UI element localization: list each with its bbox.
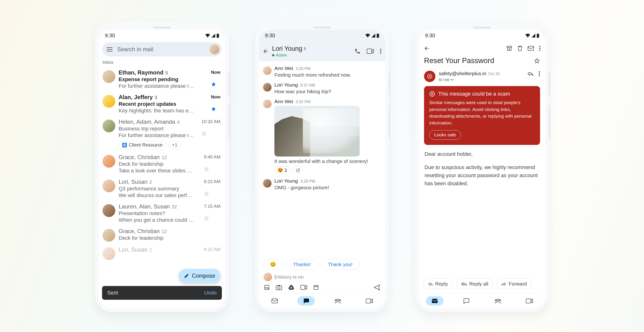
- svg-point-38: [499, 299, 501, 301]
- email-row[interactable]: Ethan, Raymond5 Expense report pending F…: [99, 67, 225, 92]
- send-icon[interactable]: [374, 285, 380, 290]
- more-icon[interactable]: [380, 49, 382, 54]
- svg-point-18: [337, 299, 339, 301]
- bottom-nav: [259, 293, 385, 308]
- email-row[interactable]: Grace, Christian12 Deck for leadership T…: [99, 151, 225, 176]
- star-icon[interactable]: [534, 58, 540, 64]
- nav-spaces[interactable]: [329, 296, 346, 306]
- chat-message: Lori Young3:28 PM OMG - gorgeous picture…: [263, 178, 381, 191]
- svg-point-19: [335, 299, 336, 301]
- svg-rect-15: [301, 285, 305, 289]
- calendar-icon[interactable]: [313, 285, 319, 290]
- signal-icon: [532, 34, 535, 38]
- smart-reply-chip[interactable]: 😊: [263, 259, 283, 270]
- back-icon[interactable]: [424, 45, 430, 52]
- more-icon[interactable]: [539, 46, 540, 51]
- nav-mail[interactable]: [426, 296, 444, 306]
- sender-avatar: [102, 95, 115, 108]
- battery-icon: [217, 34, 219, 38]
- star-icon[interactable]: [211, 82, 220, 87]
- chevron-right-icon: [304, 47, 306, 50]
- camera-icon[interactable]: [276, 285, 282, 290]
- back-icon[interactable]: [262, 48, 269, 54]
- status-time: 9:30: [105, 33, 115, 39]
- svg-point-36: [497, 299, 499, 301]
- status-icons: [526, 34, 539, 38]
- star-icon[interactable]: [204, 166, 220, 172]
- sender-address: safety@shelterplus.in: [439, 71, 486, 76]
- status-bar: 9:30: [99, 30, 225, 41]
- star-icon[interactable]: [204, 191, 220, 196]
- nav-mail[interactable]: [266, 296, 284, 306]
- email-row[interactable]: Lori, Susan2 Q3 performance summary We w…: [99, 176, 225, 201]
- chevron-down-icon: [450, 79, 454, 81]
- nav-chat[interactable]: [298, 296, 315, 306]
- snackbar: Sent Undo: [102, 286, 222, 300]
- account-avatar[interactable]: [210, 44, 220, 54]
- chat-contact-name[interactable]: Lori Young: [272, 45, 352, 52]
- snackbar-undo-button[interactable]: Undo: [204, 290, 217, 296]
- svg-point-32: [539, 73, 540, 74]
- attachment-chip[interactable]: Client Resource: [118, 141, 166, 149]
- star-icon[interactable]: [202, 131, 220, 136]
- sender-avatar: [102, 119, 115, 132]
- svg-rect-22: [537, 34, 539, 38]
- email-subject: Reset Your Password: [424, 56, 494, 65]
- composer-toolbar: [259, 282, 385, 293]
- nav-chat[interactable]: [458, 296, 475, 306]
- chat-image[interactable]: [274, 106, 360, 156]
- reply-button[interactable]: Reply: [423, 278, 453, 289]
- contact-avatar: [263, 100, 272, 108]
- star-icon[interactable]: [211, 106, 220, 111]
- sender-avatar: [102, 70, 115, 83]
- svg-rect-2: [377, 34, 379, 38]
- phone-inbox: 9:30 Search in mail Inbox Ethan, Raymond…: [95, 21, 229, 312]
- reply-icon[interactable]: [527, 71, 534, 76]
- forward-button[interactable]: Forward: [496, 278, 532, 289]
- smart-reply-row: 😊 Thanks! Thank you!: [259, 257, 385, 271]
- video-icon[interactable]: [300, 285, 307, 290]
- svg-rect-14: [278, 285, 280, 286]
- bottom-nav: [419, 293, 545, 308]
- email-row[interactable]: Alan, Jeffery3 Recent project updates Ke…: [99, 92, 225, 116]
- email-row[interactable]: Lauren, Alan, Susan32 Presentation notes…: [99, 201, 225, 226]
- reply-action-row: Reply Reply all Forward: [419, 275, 545, 293]
- inbox-section-label: Inbox: [99, 59, 225, 67]
- looks-safe-button[interactable]: Looks safe: [429, 130, 461, 140]
- video-call-icon[interactable]: [367, 49, 374, 54]
- more-icon[interactable]: [539, 71, 540, 76]
- reaction-chip[interactable]: 😍1: [274, 167, 290, 174]
- signal-icon: [372, 34, 375, 38]
- star-icon[interactable]: [204, 216, 220, 221]
- mark-unread-icon[interactable]: [528, 46, 534, 51]
- nav-spaces[interactable]: [489, 296, 507, 306]
- phone-chat: 9:30 Lori Young Active: [255, 21, 389, 312]
- smart-reply-chip[interactable]: Thank you!: [321, 259, 360, 270]
- composer-placeholder: History is on: [275, 274, 380, 280]
- email-row[interactable]: Lori, Susan2 8:22 AM: [99, 244, 225, 262]
- smart-reply-chip[interactable]: Thanks!: [286, 259, 318, 270]
- drive-icon[interactable]: [288, 285, 294, 290]
- recipient-line[interactable]: to me: [439, 77, 524, 82]
- status-bar: 9:30: [419, 30, 545, 41]
- archive-icon[interactable]: [506, 46, 512, 51]
- nav-meet[interactable]: [521, 296, 538, 306]
- search-bar[interactable]: Search in mail: [102, 42, 222, 56]
- sender-avatar: [102, 155, 115, 168]
- delete-icon[interactable]: [517, 45, 522, 52]
- svg-point-37: [495, 299, 496, 301]
- attach-image-icon[interactable]: [264, 285, 270, 290]
- composer[interactable]: History is on: [259, 271, 385, 282]
- reply-all-button[interactable]: Reply all: [456, 278, 494, 289]
- svg-point-33: [539, 75, 540, 76]
- status-icons: [205, 34, 219, 38]
- email-row[interactable]: Grace, Christian12 Deck for leadership: [99, 226, 225, 244]
- add-reaction-button[interactable]: [293, 167, 304, 174]
- menu-icon[interactable]: [106, 46, 113, 53]
- nav-meet[interactable]: [360, 296, 378, 306]
- email-row[interactable]: Helen, Adam, Amanda4 Business trip repor…: [99, 116, 225, 151]
- svg-point-27: [539, 46, 540, 47]
- attachment-more-chip[interactable]: +1: [168, 141, 181, 149]
- call-icon[interactable]: [354, 48, 360, 54]
- compose-button[interactable]: Compose: [179, 269, 220, 283]
